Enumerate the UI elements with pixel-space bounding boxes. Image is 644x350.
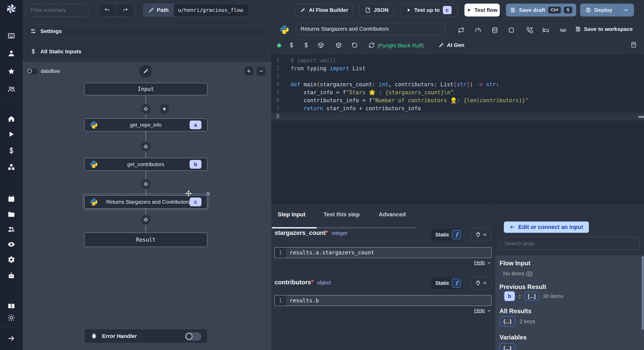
search-prop-input[interactable] [499,237,640,250]
save-draft-button[interactable]: Save draft Ctrl S [506,4,576,16]
sidebar-home-icon[interactable] [7,115,15,123]
sidebar-app-window-icon[interactable] [7,32,15,40]
result-node-label: Result [136,237,156,243]
field-contributors-connect-button[interactable] [471,277,491,289]
gauge-timeout-icon[interactable] [475,27,481,33]
variables-expand-badge[interactable]: {...} [499,343,515,350]
deploy-button[interactable]: Deploy [580,4,618,16]
flow-step-node-a[interactable]: get_repo_info a [84,118,207,131]
error-handler-toggle[interactable] [185,332,201,340]
zoom-out-button[interactable] [257,67,266,75]
code-line-6[interactable]: 6 contributors_info = f"Number of contri… [271,97,644,105]
sidebar-star-icon[interactable] [7,67,15,75]
sidebar-user-icon[interactable] [7,49,15,57]
sidebar-users-cog-icon[interactable] [7,225,15,233]
add-step-button-2[interactable] [141,142,151,151]
code-line-5[interactable]: 5 star_info = f"Stars 🌟 : {stargazers_co… [271,89,644,97]
previous-result-expand-badge[interactable]: [...] [524,292,539,301]
early-stop-icon[interactable] [508,27,515,33]
add-step-button-4[interactable] [141,215,151,225]
code-line-8[interactable]: 8 [271,113,644,121]
windmill-logo-icon[interactable] [5,3,18,14]
history-rotate-ccw-icon[interactable] [351,42,358,48]
flow-step-node-b[interactable]: get_contributors b [84,158,207,171]
sidebar-bot-icon[interactable] [7,272,15,279]
json-button[interactable]: JSON [359,4,394,16]
test-up-to-button[interactable]: Test up to c [400,4,458,16]
previous-result-key-badge[interactable]: b [504,291,515,301]
step-title-input[interactable] [296,23,445,35]
path-edit-button[interactable]: Path [143,4,174,16]
mock-voicemail-icon[interactable] [560,27,566,33]
save-icon [510,7,516,13]
ai-flow-builder-button[interactable]: AI Flow Builder [295,4,353,16]
sidebar-divider-bottom [0,328,23,328]
all-static-inputs-button[interactable]: All Static Inputs [25,45,267,58]
code-line-1[interactable]: 1# import wmill [271,57,644,65]
field-stargazers-expression-editor[interactable]: 1 results.a.stargazers_count [274,247,492,258]
function-mode-icon[interactable]: f [452,230,461,239]
sidebar-users-icon[interactable] [7,85,15,93]
cache-database-icon[interactable] [492,27,498,33]
sidebar-sun-icon[interactable] [7,314,15,322]
sidebar-eye-icon[interactable] [7,241,15,248]
code-line-2[interactable]: 2from typing import List [271,65,644,73]
deploy-more-button[interactable] [618,4,634,16]
resource-dollar-icon[interactable] [303,42,309,48]
tab-test-this-step[interactable]: Test this step [324,211,360,218]
field-stargazers-type: integer [332,230,348,236]
redo-button[interactable] [116,4,134,16]
sidebar-arrow-right-icon[interactable] [7,335,15,342]
package-icon[interactable] [318,42,324,48]
sidebar-cubes-icon[interactable] [7,163,15,171]
right-panel-scrollbar[interactable] [642,256,644,330]
script-library-icon[interactable] [630,41,637,48]
save-to-workspace-button[interactable]: Save to workspace [575,26,633,32]
edit-or-connect-button[interactable]: Edit or connect an input [504,221,589,233]
code-line-3[interactable]: 3 [271,73,644,81]
code-editor[interactable]: 1# import wmill2from typing import List3… [271,55,644,204]
sidebar-book-open-icon[interactable] [7,302,15,310]
ai-wand-button[interactable] [140,65,152,77]
tab-step-input[interactable]: Step Input [278,211,306,218]
sidebar-folder-icon[interactable] [7,210,15,218]
sidebar-dollar-icon[interactable] [7,147,15,155]
code-line-4[interactable]: 4def main(stargazers_count: int, contrib… [271,81,644,89]
field-stargazers-help-link[interactable]: Help [457,260,492,266]
flow-result-node[interactable]: Result [84,233,207,247]
sleep-bed-icon[interactable] [543,27,549,33]
field-stargazers-connect-button[interactable] [471,228,491,241]
path-input[interactable] [174,4,249,16]
sidebar-play-icon[interactable] [7,130,15,138]
add-trigger-button[interactable] [159,104,169,114]
add-step-button-3[interactable] [141,179,151,189]
variable-dollar-icon[interactable] [288,42,295,48]
package-install-icon[interactable] [335,42,342,48]
dataflow-toggle[interactable] [26,68,38,75]
field-contributors-mode-toggle[interactable]: Static f [431,277,462,289]
flow-input-node[interactable]: Input [84,83,207,95]
error-handler-node[interactable]: Error Handler [84,329,207,343]
field-contributors-help-link[interactable]: Help [457,308,492,313]
tab-advanced[interactable]: Advanced [379,211,406,218]
move-step-handle[interactable] [185,190,192,197]
ai-gen-button[interactable]: AI Gen [438,42,464,48]
field-stargazers-mode-toggle[interactable]: Static f [431,229,462,241]
retry-icon[interactable] [458,27,464,33]
zoom-in-button[interactable] [244,67,253,75]
delete-step-icon[interactable] [205,191,211,197]
sidebar-calendar-icon[interactable] [7,195,15,203]
add-step-button-1[interactable] [141,104,151,114]
flow-summary-input[interactable] [26,4,88,16]
function-mode-icon[interactable]: f [452,278,461,288]
flow-step-node-c-selected[interactable]: Returns Stargazers and Contributors c [84,195,207,209]
suspend-phone-incoming-icon[interactable] [527,27,533,33]
test-flow-button[interactable]: Test flow [464,4,500,16]
refresh-lint-icon[interactable] [368,42,375,48]
field-contributors-expression-editor[interactable]: 1 results.b [274,295,492,306]
code-line-7[interactable]: 7 return star_info + contributors_info [271,105,644,113]
undo-button[interactable] [98,4,116,16]
all-results-expand-badge[interactable]: {...} [499,316,515,327]
sidebar-settings-icon[interactable] [7,256,15,263]
settings-button[interactable]: Settings [25,24,267,38]
